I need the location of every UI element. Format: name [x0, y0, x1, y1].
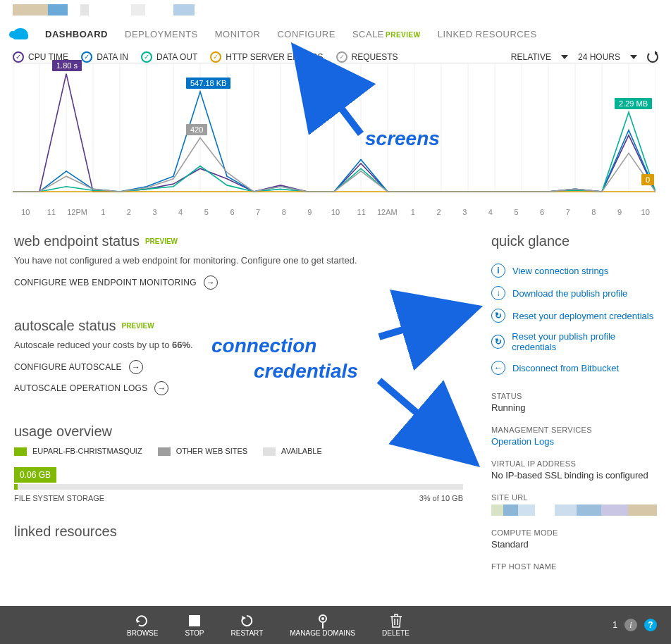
- svg-point-26: [321, 617, 324, 620]
- tab-scale[interactable]: SCALEPREVIEW: [352, 29, 421, 39]
- qg-link[interactable]: ↓Download the publish profile: [491, 282, 657, 304]
- footer-restart[interactable]: RESTART: [231, 614, 264, 635]
- kv-value: Running: [491, 402, 657, 413]
- footer-delete[interactable]: DELETE: [382, 614, 410, 635]
- metric-data-in[interactable]: DATA IN: [81, 51, 128, 63]
- usage-legend: EUPARL-FB-CHRISTMASQUIZOTHER WEB SITESAV…: [14, 447, 463, 456]
- usage-caption-right: 3% of 10 GB: [419, 494, 463, 502]
- refresh-icon[interactable]: [647, 51, 658, 63]
- relative-label[interactable]: RELATIVE: [511, 52, 551, 62]
- chart-label: 0: [641, 174, 654, 185]
- help-icon[interactable]: ?: [644, 619, 657, 631]
- tab-monitor[interactable]: MONITOR: [215, 29, 261, 39]
- autoscale-text: Autoscale reduced your costs by up to 66…: [14, 340, 463, 350]
- qg-link[interactable]: iView connection strings: [491, 259, 657, 282]
- section-title-quick-glance: quick glance: [491, 233, 657, 249]
- footer-manage-domains[interactable]: MANAGE DOMAINS: [290, 614, 355, 635]
- qg-link[interactable]: ↻Reset your deployment credentials: [491, 304, 657, 327]
- tab-deployments[interactable]: DEPLOYMENTS: [125, 29, 198, 39]
- metric-data-out[interactable]: DATA OUT: [141, 51, 197, 63]
- metric-http-server-errors[interactable]: HTTP SERVER ERRORS: [210, 51, 323, 63]
- kv-key: COMPUTE MODE: [491, 528, 657, 537]
- endpoint-text: You have not configured a web endpoint f…: [14, 255, 463, 266]
- cloud-icon: [13, 28, 28, 39]
- footer-toolbar: BROWSESTOPRESTARTMANAGE DOMAINSDELETE 1 …: [0, 606, 671, 634]
- tab-linked-resources[interactable]: LINKED RESOURCES: [438, 29, 537, 39]
- footer-browse[interactable]: BROWSE: [127, 614, 158, 635]
- arrow-right-icon: →: [154, 381, 168, 395]
- kv-value: No IP-based SSL binding is configured: [491, 470, 657, 481]
- chart-label: 420: [186, 124, 207, 135]
- chart-label: 1.80 s: [52, 60, 82, 71]
- autoscale-logs-link[interactable]: AUTOSCALE OPERATION LOGS →: [14, 381, 463, 395]
- metrics-row: CPU TIMEDATA INDATA OUTHTTP SERVER ERROR…: [0, 47, 671, 63]
- nav-tabs: DASHBOARDDEPLOYMENTSMONITORCONFIGURESCAL…: [0, 18, 671, 47]
- chart-area: 1.80 s547.18 KB4202.29 MB0 101112PM12345…: [0, 63, 671, 218]
- kv-value[interactable]: Operation Logs: [491, 436, 657, 447]
- info-icon[interactable]: i: [624, 619, 637, 631]
- chart-label: 2.29 MB: [615, 98, 652, 109]
- range-label[interactable]: 24 HOURS: [578, 52, 620, 62]
- arrow-right-icon: →: [129, 360, 143, 374]
- section-title-endpoint: web endpoint status PREVIEW: [14, 233, 463, 249]
- chevron-down-icon[interactable]: [630, 55, 637, 59]
- qg-link[interactable]: ↻Reset your publish profile credentials: [491, 327, 657, 357]
- usage-caption-left: FILE SYSTEM STORAGE: [14, 494, 104, 502]
- redacted-title: [13, 4, 671, 16]
- kv-key: STATUS: [491, 392, 657, 400]
- tab-dashboard[interactable]: DASHBOARD: [45, 29, 108, 39]
- metric-requests[interactable]: REQUESTS: [336, 51, 398, 63]
- arrow-right-icon: →: [204, 275, 218, 290]
- section-title-usage: usage overview: [14, 423, 463, 440]
- configure-endpoint-link[interactable]: CONFIGURE WEB ENDPOINT MONITORING →: [14, 275, 463, 290]
- kv-value: Standard: [491, 539, 657, 550]
- qg-link[interactable]: ←Disconnect from Bitbucket: [491, 357, 657, 379]
- usage-badge: 0.06 GB: [14, 467, 56, 483]
- tab-configure[interactable]: CONFIGURE: [277, 29, 336, 39]
- section-title-linked: linked resources: [14, 524, 463, 540]
- section-title-autoscale: autoscale status PREVIEW: [14, 318, 463, 334]
- usage-bar: [14, 484, 463, 490]
- kv-key: FTP HOST NAME: [491, 562, 657, 571]
- kv-key: MANAGEMENT SERVICES: [491, 426, 657, 434]
- notification-count: 1: [612, 620, 617, 630]
- configure-autoscale-link[interactable]: CONFIGURE AUTOSCALE →: [14, 360, 463, 374]
- chevron-down-icon[interactable]: [561, 55, 568, 59]
- kv-key: VIRTUAL IP ADDRESS: [491, 459, 657, 468]
- chart-label: 547.18 KB: [186, 78, 230, 89]
- footer-stop[interactable]: STOP: [185, 614, 204, 635]
- kv-key: SITE URL: [491, 493, 657, 502]
